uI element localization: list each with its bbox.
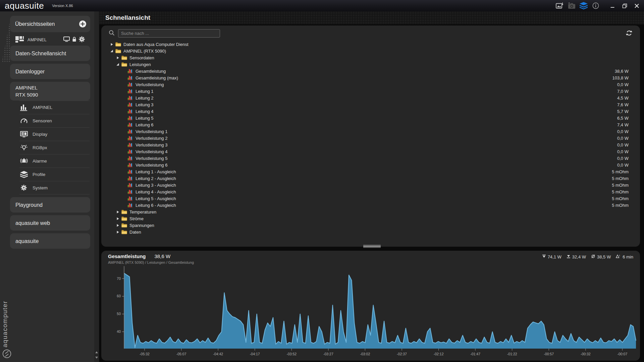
- tree-node-value: 0,0 W: [617, 156, 629, 161]
- page-title: Schnellansicht: [105, 11, 150, 24]
- tree-folder-row[interactable]: Leistungen: [101, 61, 640, 68]
- tree-folder-row[interactable]: Daten aus Aqua Computer Dienst: [101, 41, 640, 48]
- tree-node-label: Gesamtleistung: [136, 69, 166, 74]
- sidebar: Übersichtsseiten AMPINEL Daten-Schnellan…: [0, 11, 94, 362]
- expander-collapsed-icon[interactable]: [115, 224, 120, 227]
- tree-node-value: 0,0 W: [617, 136, 629, 141]
- tree-leaf-row[interactable]: Leitung 45,7 W: [101, 108, 640, 115]
- tree-folder-row[interactable]: Sensordaten: [101, 54, 640, 61]
- tree-leaf-row[interactable]: Verlustleistung0,0 W: [101, 81, 640, 88]
- app-window: aquasuite Version X.86 Übersichtsseiten …: [0, 0, 644, 362]
- tree-leaf-row[interactable]: Verlustleistung 60,0 W: [101, 162, 640, 168]
- sidebar-item-label: Profile: [33, 172, 45, 177]
- sidebar-button-playground[interactable]: Playground: [10, 197, 90, 213]
- stat-span-value: 6 min: [623, 254, 633, 259]
- tree-leaf-row[interactable]: Leitung 56,5 W: [101, 115, 640, 121]
- svg-text:-01:22: -01:22: [507, 352, 517, 356]
- tree-leaf-row[interactable]: Verlustleistung 40,0 W: [101, 148, 640, 155]
- stat-min-value: 32,4 W: [572, 254, 586, 259]
- sidebar-item-display[interactable]: Display: [0, 127, 94, 141]
- scroll-up-icon[interactable]: [95, 351, 98, 353]
- tree-folder-row[interactable]: Daten: [101, 229, 640, 235]
- expander-expanded-icon[interactable]: [115, 63, 120, 66]
- max-icon: [542, 254, 546, 259]
- sidebar-button-ampinel-rtx-5090[interactable]: AMPINELRTX 5090: [10, 82, 90, 101]
- screenshot-icon[interactable]: [568, 2, 576, 10]
- tree-node-value: 38,6 W: [615, 69, 629, 74]
- tree-folder-row[interactable]: Temperaturen: [101, 208, 640, 215]
- tree-leaf-row[interactable]: Leitung 1 - Ausgleich5 mOhm: [101, 168, 640, 175]
- panel-splitter-handle[interactable]: [363, 245, 381, 248]
- tree-leaf-row[interactable]: Leitung 2 - Ausgleich5 mOhm: [101, 175, 640, 182]
- tree-leaf-row[interactable]: Leitung 24,5 W: [101, 95, 640, 101]
- tree-leaf-row[interactable]: Verlustleistung 50,0 W: [101, 155, 640, 162]
- quickview-tree-panel: Daten aus Aqua Computer DienstAMPINEL (R…: [101, 25, 640, 247]
- page-header: Schnellansicht: [99, 11, 644, 24]
- close-icon[interactable]: [633, 2, 641, 10]
- layers-blue-icon[interactable]: [580, 2, 588, 10]
- bell-icon: [19, 158, 28, 164]
- sidebar-item-ampinel[interactable]: AMPINEL: [0, 101, 94, 114]
- search-input[interactable]: [118, 29, 220, 38]
- tree-leaf-row[interactable]: Leitung 5 - Ausgleich5 mOhm: [101, 195, 640, 202]
- tree-leaf-row[interactable]: Leitung 17,0 W: [101, 88, 640, 95]
- expander-collapsed-icon[interactable]: [109, 43, 114, 46]
- sidebar-item-label: Display: [33, 132, 47, 137]
- export-image-icon[interactable]: [555, 2, 564, 10]
- chart-leaf-icon: [127, 69, 133, 73]
- scroll-down-icon[interactable]: [95, 357, 98, 359]
- sidebar-button-label: AMPINEL: [15, 84, 85, 91]
- add-overview-page-button[interactable]: [79, 20, 87, 28]
- expander-collapsed-icon[interactable]: [115, 217, 120, 221]
- tree-leaf-row[interactable]: Leitung 67,4 W: [101, 121, 640, 128]
- expander-collapsed-icon[interactable]: [115, 56, 120, 60]
- refresh-icon[interactable]: [626, 29, 633, 38]
- tree-leaf-row[interactable]: Leitung 37,6 W: [101, 101, 640, 108]
- chart-leaf-icon: [127, 176, 133, 181]
- tree-leaf-row[interactable]: Leitung 6 - Ausgleich5 mOhm: [101, 202, 640, 208]
- tree-folder-row[interactable]: AMPINEL (RTX 5090): [101, 48, 640, 54]
- lock-icon[interactable]: [72, 37, 76, 43]
- tree-node-label: Verlustleistung 5: [136, 156, 167, 161]
- sidebar-item-system[interactable]: System: [0, 181, 94, 194]
- sidebar-button-aquasuite-web[interactable]: aquasuite web: [10, 215, 90, 231]
- sidebar-button-daten-schnellansicht[interactable]: Daten-Schnellansicht: [10, 46, 90, 61]
- expander-collapsed-icon[interactable]: [115, 230, 120, 234]
- tree-folder-row[interactable]: Ströme: [101, 215, 640, 222]
- svg-text:-00:57: -00:57: [544, 352, 554, 356]
- tree-leaf-row[interactable]: Leitung 4 - Ausgleich5 mOhm: [101, 188, 640, 195]
- restore-icon[interactable]: [621, 2, 629, 10]
- sidebar-item-alarme[interactable]: Alarme: [0, 154, 94, 168]
- expander-collapsed-icon[interactable]: [115, 210, 120, 214]
- tree-leaf-row[interactable]: Leitung 3 - Ausgleich5 mOhm: [101, 182, 640, 188]
- sidebar-button-label: aquasuite web: [15, 220, 85, 227]
- tree-leaf-row[interactable]: Gesamtleistung (max)103,8 W: [101, 74, 640, 81]
- breadcrumb: AMPINEL (RTX 5090) / Leistungen / Gesamt…: [108, 260, 194, 264]
- info-icon[interactable]: [592, 2, 600, 10]
- gauge-icon: [19, 118, 28, 124]
- sidebar-scrollbar[interactable]: [94, 11, 99, 362]
- chart-leaf-icon: [127, 169, 133, 174]
- tree-leaf-row[interactable]: Verlustleistung 30,0 W: [101, 141, 640, 148]
- tree-leaf-row[interactable]: Gesamtleistung38,6 W: [101, 68, 640, 74]
- tree-node-label: Verlustleistung 4: [136, 149, 167, 154]
- tree-leaf-row[interactable]: Verlustleistung 10,0 W: [101, 128, 640, 135]
- tree-folder-row[interactable]: Spannungen: [101, 222, 640, 229]
- chart-leaf-icon: [127, 163, 133, 167]
- sidebar-button-datenlogger[interactable]: Datenlogger: [10, 64, 90, 79]
- minimize-icon[interactable]: [608, 2, 616, 10]
- sidebar-button-aquasuite[interactable]: aquasuite: [10, 233, 90, 249]
- stat-max-value: 74,1 W: [548, 254, 561, 259]
- sidebar-item-sensoren[interactable]: Sensoren: [0, 114, 94, 127]
- sidebar-item-rgbpx[interactable]: RGBpx: [0, 141, 94, 154]
- sidebar-item-profile[interactable]: Profile: [0, 168, 94, 181]
- monitor-icon[interactable]: [63, 37, 70, 43]
- overview-page-ampinel[interactable]: AMPINEL: [15, 36, 85, 44]
- folder-icon: [121, 216, 127, 221]
- tree-node-label: Leitung 5: [136, 116, 154, 121]
- svg-text:-05:32: -05:32: [140, 352, 150, 356]
- tree-leaf-row[interactable]: Verlustleistung 20,0 W: [101, 135, 640, 141]
- gear-icon[interactable]: [79, 36, 85, 44]
- expander-expanded-icon[interactable]: [109, 49, 114, 53]
- svg-text:-02:37: -02:37: [397, 352, 407, 356]
